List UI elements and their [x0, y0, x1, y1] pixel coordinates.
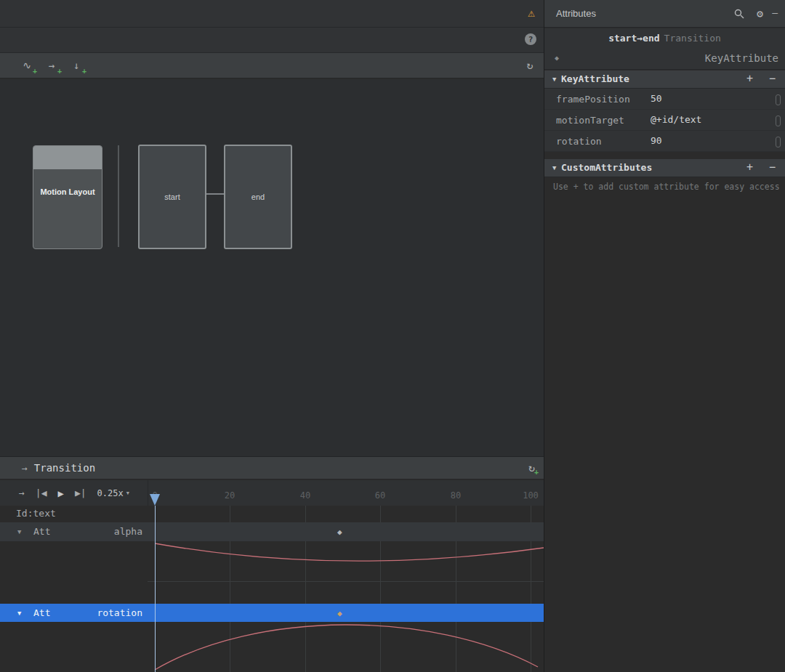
- selected-keyattribute-row[interactable]: ◆ KeyAttribute: [544, 48, 785, 70]
- pick-resource-icon[interactable]: [776, 94, 781, 105]
- ruler-separator: [148, 480, 148, 506]
- custom-attributes-hint: Use + to add custom attribute for easy a…: [553, 182, 784, 192]
- chevron-down-icon: ▼: [126, 490, 129, 496]
- panel-title: Attributes: [556, 8, 596, 19]
- track-row-rotation-selected[interactable]: ▼ Att rotation ◆: [0, 604, 544, 622]
- add-custom-attribute-button[interactable]: +: [746, 161, 753, 174]
- attributes-header: Attributes ⚙ —: [544, 0, 785, 28]
- motion-layout-header-band: [33, 146, 102, 169]
- selected-label: KeyAttribute: [705, 52, 778, 64]
- pick-resource-icon[interactable]: [776, 137, 781, 147]
- remove-custom-attribute-button[interactable]: −: [769, 161, 776, 174]
- transition-kind: Transition: [664, 33, 721, 44]
- create-transition-icon[interactable]: ∿ +: [20, 59, 33, 72]
- search-icon[interactable]: [734, 9, 744, 19]
- transition-states: start→end: [608, 33, 659, 44]
- plus-badge: +: [82, 67, 86, 75]
- track-separator: [148, 581, 544, 582]
- attribute-row: framePosition 50: [544, 89, 785, 110]
- minimize-icon[interactable]: —: [772, 7, 778, 18]
- speed-dropdown[interactable]: 0.25x ▼: [97, 488, 129, 498]
- direction-icon[interactable]: →: [19, 487, 25, 498]
- attribute-key: motionTarget: [556, 115, 624, 126]
- down-arrow-glyph: ↓: [73, 60, 79, 71]
- transition-subtitle: start→end Transition: [544, 28, 785, 48]
- motion-layout-component[interactable]: Motion Layout: [33, 145, 102, 249]
- secondary-bar: ?: [0, 28, 544, 53]
- go-to-start-icon[interactable]: |◀: [36, 487, 47, 498]
- remove-attribute-button[interactable]: −: [769, 72, 776, 85]
- plus-badge: +: [33, 67, 37, 75]
- design-surface: Motion Layout start end: [0, 79, 544, 456]
- customattributes-section-header[interactable]: ▼ CustomAttributes + −: [544, 159, 785, 177]
- playhead-handle[interactable]: [150, 494, 160, 506]
- collapse-icon[interactable]: ▼: [552, 164, 556, 171]
- collapse-icon[interactable]: ▼: [552, 76, 556, 83]
- play-icon[interactable]: ▶: [57, 487, 63, 499]
- alpha-curve: [148, 541, 544, 581]
- timeline-title: Transition: [34, 462, 95, 474]
- track-row-alpha[interactable]: ▼ Att alpha ◆: [0, 522, 544, 541]
- ruler-tick: 20: [225, 490, 235, 501]
- refresh-icon[interactable]: ↻: [523, 59, 536, 72]
- playhead-line[interactable]: [155, 506, 156, 672]
- speed-value: 0.25x: [97, 488, 124, 498]
- keyattribute-section-header[interactable]: ▼ KeyAttribute + −: [544, 70, 785, 89]
- top-bar: ⚠: [0, 0, 544, 28]
- start-state-box[interactable]: start: [138, 145, 206, 249]
- create-cycle-icon[interactable]: ↻ +: [528, 461, 535, 474]
- motion-layout-label: Motion Layout: [33, 187, 102, 197]
- go-to-end-icon[interactable]: ▶|: [75, 487, 86, 498]
- track-name-label: rotation: [0, 607, 142, 618]
- rotation-curve: [148, 622, 544, 672]
- arrow-glyph: →: [49, 60, 55, 71]
- transition-arrow-icon: →: [22, 463, 28, 474]
- attributes-panel: Attributes ⚙ — start→end Transition ◆ Ke…: [544, 0, 785, 672]
- attribute-value-input[interactable]: @+id/text: [651, 114, 701, 125]
- keyframe-diamond-icon[interactable]: ◆: [337, 527, 342, 537]
- attribute-row: motionTarget @+id/text: [544, 110, 785, 131]
- create-click-handler-icon[interactable]: → +: [45, 59, 58, 72]
- timeline-toolbar: → |◀ ▶ ▶| 0.25x ▼ 0 20 40 60 80 100: [0, 480, 544, 506]
- attribute-row: rotation 90: [544, 131, 785, 152]
- help-icon[interactable]: ?: [525, 33, 536, 45]
- pick-resource-icon[interactable]: [776, 116, 781, 126]
- component-id-label: Id:text: [16, 508, 56, 519]
- section-title: KeyAttribute: [561, 73, 629, 84]
- plus-badge: +: [57, 67, 62, 75]
- end-label: end: [251, 193, 265, 201]
- track-name-label: alpha: [0, 526, 142, 537]
- plus-badge: +: [534, 468, 539, 476]
- design-pane: ⚠ ? ∿ + → + ↓ + ↻: [0, 0, 544, 672]
- timeline-header: → Transition ↻ +: [0, 456, 544, 479]
- attribute-value-input[interactable]: 90: [651, 135, 662, 146]
- ruler-tick: 60: [375, 490, 385, 501]
- gear-icon[interactable]: ⚙: [757, 7, 763, 20]
- transition-glyph: ∿: [23, 60, 31, 71]
- attribute-value-input[interactable]: 50: [651, 93, 662, 104]
- end-state-box[interactable]: end: [224, 145, 292, 249]
- add-attribute-button[interactable]: +: [746, 72, 753, 85]
- create-keyframe-icon[interactable]: ↓ +: [70, 59, 83, 72]
- start-label: start: [164, 193, 180, 201]
- divider: [118, 145, 119, 247]
- playback-controls: → |◀ ▶ ▶| 0.25x ▼: [19, 480, 129, 506]
- diamond-icon: ◆: [555, 54, 559, 62]
- ruler-tick: 100: [523, 490, 539, 501]
- design-toolbar: ∿ + → + ↓ + ↻: [0, 53, 544, 78]
- warning-icon[interactable]: ⚠: [528, 6, 535, 20]
- attribute-key: framePosition: [556, 94, 630, 105]
- motion-editor-window: ⚠ ? ∿ + → + ↓ + ↻: [0, 0, 785, 672]
- attribute-key: rotation: [556, 136, 602, 147]
- ruler-tick: 80: [451, 490, 461, 501]
- section-title: CustomAttributes: [561, 162, 652, 173]
- keyframe-diamond-icon[interactable]: ◆: [337, 609, 342, 618]
- ruler-tick: 40: [300, 490, 310, 501]
- timeline-tracks: Id:text ▼ Att alpha ◆ ▼ Att rotation ◆: [0, 506, 544, 672]
